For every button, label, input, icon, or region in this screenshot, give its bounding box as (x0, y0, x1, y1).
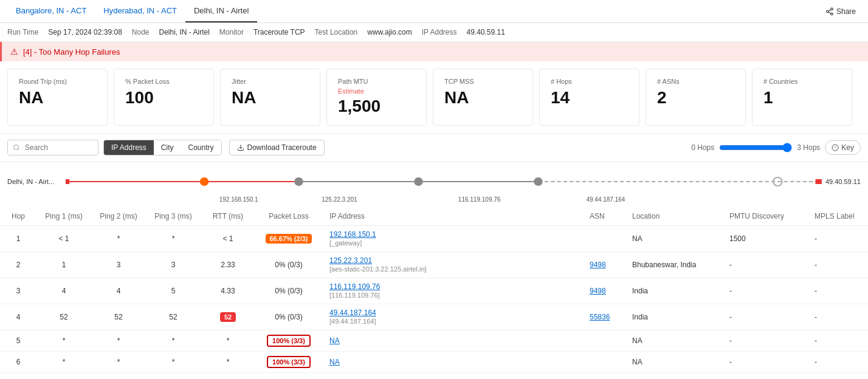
td-ping1: * (36, 351, 91, 372)
ping1-value: * (63, 358, 66, 366)
svg-point-2 (831, 13, 833, 15)
metric-countries: # Countries 1 (752, 69, 852, 126)
rtt-value: 4.33 (201, 278, 255, 304)
ip-address-link[interactable]: 125.22.3.201 (329, 256, 372, 265)
tab-bangalore[interactable]: Bangalore, IN - ACT (7, 0, 95, 22)
td-ping2: 4 (91, 278, 146, 304)
packet-loss-badge: 100% (3/3) (267, 356, 311, 368)
rtt-value: 52 (201, 304, 255, 330)
waypoint-3-label: 116.119.109.76 (458, 196, 501, 203)
td-ping3: 5 (146, 278, 201, 304)
table-body: 1 < 1 * * < 1 66.67% (2/3) 192.168.150.1… (0, 225, 868, 372)
td-location: NA (625, 330, 722, 351)
asn-link[interactable]: 9498 (590, 287, 606, 295)
metric-tcp-mss: TCP MSS NA (433, 69, 533, 126)
hops-slider: 0 Hops 3 Hops (691, 143, 820, 152)
tab-hyderabad[interactable]: Hyderabad, IN - ACT (95, 0, 185, 22)
mpls-value: - (815, 336, 817, 345)
td-ping3: * (146, 225, 201, 251)
svg-rect-19 (816, 179, 822, 184)
tabs-bar: Bangalore, IN - ACT Hyderabad, IN - ACT … (0, 0, 868, 23)
packet-loss-badge: 66.67% (2/3) (266, 234, 312, 244)
key-button[interactable]: Key (825, 140, 861, 155)
location-value: NA (632, 234, 642, 243)
td-ping3: 52 (146, 304, 201, 330)
download-traceroute-button[interactable]: Download Traceroute (229, 140, 325, 155)
td-asn (582, 330, 625, 351)
ip-address-link[interactable]: 192.168.150.1 (329, 230, 376, 239)
filter-country-button[interactable]: Country (181, 140, 221, 155)
td-pmtu: - (722, 251, 807, 278)
rtt-value: 2.33 (201, 251, 255, 278)
td-ip: 116.119.109.76[116.119.109.76] (322, 278, 582, 304)
td-mpls: - (807, 278, 868, 304)
info-icon (832, 144, 839, 151)
location-value: India (632, 287, 648, 295)
test-location-value: www.ajio.com (367, 28, 412, 36)
node-value: Delhi, IN - Airtel (159, 28, 210, 36)
alert-bar: ⚠ [4] - Too Many Hop Failures (0, 42, 868, 61)
metric-jitter: Jitter NA (220, 69, 320, 126)
rtt-badge: 52 (220, 312, 236, 322)
ping3-value: 5 (171, 287, 176, 295)
td-ping3: * (146, 351, 201, 372)
ping2-value: * (117, 336, 120, 345)
table-row: 3 4 4 5 4.33 0% (0/3) 116.119.109.76[116… (0, 278, 868, 304)
svg-rect-13 (66, 179, 69, 184)
svg-line-4 (828, 9, 831, 10)
td-ping2: 52 (91, 304, 146, 330)
th-ping3: Ping 3 (ms) (146, 207, 201, 226)
ip-address-link[interactable]: NA (329, 336, 340, 345)
filter-city-button[interactable]: City (154, 140, 181, 155)
metric-round-trip: Round Trip (ms) NA (7, 69, 108, 126)
share-button[interactable]: Share (825, 7, 856, 16)
svg-point-15 (294, 177, 303, 186)
rtt-value: * (201, 351, 255, 372)
metric-path-mtu-label: Path MTU (338, 78, 415, 85)
ping1-value: * (63, 336, 66, 345)
th-rtt: RTT (ms) (201, 207, 255, 226)
td-pmtu: - (722, 278, 807, 304)
td-ping2: * (91, 330, 146, 351)
th-pmtu: PMTU Discovery (722, 207, 807, 226)
search-input[interactable] (7, 140, 98, 155)
td-asn: 55836 (582, 304, 625, 330)
ip-address-sub: [aes-static-201.3.22.125.airtel.in] (329, 265, 427, 273)
waypoint-1-label: 192.168.150.1 (219, 196, 258, 203)
pmtu-value: - (729, 261, 732, 269)
td-hop: 3 (0, 278, 36, 304)
td-ip: 125.22.3.201[aes-static-201.3.22.125.air… (322, 251, 582, 278)
alert-icon: ⚠ (10, 47, 18, 56)
metric-path-mtu: Path MTU Estimate1,500 (326, 69, 427, 126)
test-location-label: Test Location (315, 28, 358, 36)
metric-asns-value: 2 (657, 87, 734, 108)
ip-address-sub: [116.119.109.76] (329, 292, 380, 299)
share-label: Share (836, 7, 856, 16)
tab-delhi[interactable]: Delhi, IN - Airtel (185, 0, 257, 22)
ping3-value: * (172, 336, 175, 345)
pmtu-value: - (729, 336, 732, 345)
hop-number: 1 (16, 234, 21, 243)
hops-range-input[interactable] (719, 143, 792, 152)
td-ip: NA (322, 351, 582, 372)
td-location: NA (625, 351, 722, 372)
asn-link[interactable]: 9498 (590, 261, 606, 269)
asn-link[interactable]: 55836 (590, 313, 610, 321)
th-packet-loss: Packet Loss (255, 207, 322, 226)
location-value: NA (632, 358, 642, 366)
ip-label: IP Address (422, 28, 457, 36)
td-packet-loss: 100% (3/3) (255, 330, 322, 351)
filter-ip-button[interactable]: IP Address (104, 140, 154, 155)
td-packet-loss: 0% (0/3) (255, 278, 322, 304)
ip-address-link[interactable]: 49.44.187.164 (329, 309, 376, 317)
svg-line-3 (828, 12, 831, 13)
ping1-value: < 1 (58, 234, 69, 243)
ip-address-link[interactable]: NA (329, 358, 340, 366)
ip-address-sub: [_gateway] (329, 239, 362, 247)
td-mpls: - (807, 351, 868, 372)
ip-address-link[interactable]: 116.119.109.76 (329, 282, 380, 291)
metric-tcp-mss-label: TCP MSS (444, 78, 522, 85)
hops-table: Hop Ping 1 (ms) Ping 2 (ms) Ping 3 (ms) … (0, 207, 868, 373)
td-ping2: 3 (91, 251, 146, 278)
ip-address-sub: [49.44.187.164] (329, 318, 376, 325)
